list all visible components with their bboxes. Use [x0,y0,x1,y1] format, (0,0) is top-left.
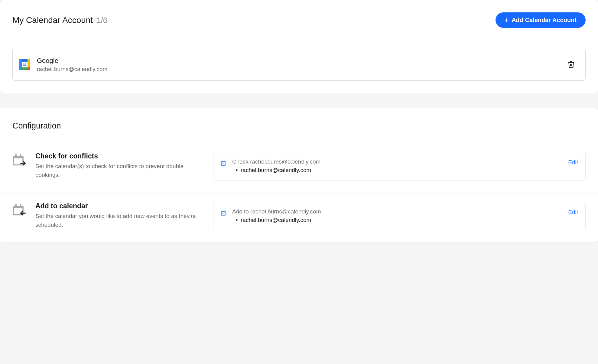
config-section-conflicts: Check for conflicts Set the calendar(s) … [0,143,598,193]
account-provider: Google [37,57,559,65]
trash-icon [567,60,575,69]
config-heading: Check for conflicts [35,152,205,160]
account-count: 1/6 [96,16,107,25]
config-desc: Check for conflicts Set the calendar(s) … [35,152,205,179]
config-heading: Add to calendar [35,202,205,210]
add-calendar-account-button[interactable]: + Add Calendar Account [496,12,586,28]
account-email: rachel.burns@calendly.com [37,66,559,73]
svg-text:31: 31 [222,213,224,214]
svg-rect-10 [15,154,17,157]
calendar-account-header: My Calendar Account 1/6 + Add Calendar A… [0,0,598,39]
delete-account-button[interactable] [566,59,576,71]
svg-text:31: 31 [222,163,224,164]
addto-calendar-box: 31 Add to rachel.burns@calendly.com rach… [213,202,586,230]
addto-calendar-item: rachel.burns@calendly.com [232,217,563,223]
svg-rect-4 [19,59,22,70]
google-calendar-mini-icon: 31 [219,209,227,217]
account-list: 31 Google rachel.burns@calendly.com [0,39,598,93]
calendar-check-out-icon [12,153,27,168]
svg-rect-11 [20,154,21,157]
config-subtext: Set the calendar you would like to add n… [35,212,205,229]
config-desc: Add to calendar Set the calendar you wou… [35,202,205,229]
conflict-calendar-item: rachel.burns@calendly.com [232,167,563,174]
calendar-account-card: My Calendar Account 1/6 + Add Calendar A… [0,0,598,93]
configuration-card: Configuration Check for conflicts Set th… [0,108,598,243]
page-title: My Calendar Account [12,15,93,25]
calendar-add-in-icon [12,203,27,218]
conflict-check-label: Check rachel.burns@calendly.com [232,158,563,165]
config-box-text: Check rachel.burns@calendly.com rachel.b… [232,158,563,174]
account-row: 31 Google rachel.burns@calendly.com [12,49,586,81]
config-box-text: Add to rachel.burns@calendly.com rachel.… [232,208,563,223]
svg-rect-5 [28,67,30,70]
addto-label: Add to rachel.burns@calendly.com [232,208,563,215]
configuration-header: Configuration [0,108,598,143]
header-title-wrap: My Calendar Account 1/6 [12,15,107,25]
edit-conflicts-link[interactable]: Edit [568,159,578,166]
google-calendar-mini-icon: 31 [219,159,227,167]
add-button-label: Add Calendar Account [512,17,577,24]
config-subtext: Set the calendar(s) to check for conflic… [35,162,205,179]
google-calendar-icon: 31 [19,59,30,70]
account-text: Google rachel.burns@calendly.com [37,57,559,73]
svg-text:31: 31 [23,63,27,67]
svg-rect-17 [15,204,17,207]
svg-rect-18 [20,204,21,207]
config-section-addto: Add to calendar Set the calendar you wou… [0,193,598,242]
edit-addto-link[interactable]: Edit [568,209,578,216]
conflict-calendar-box: 31 Check rachel.burns@calendly.com rache… [213,152,586,180]
configuration-title: Configuration [12,121,586,131]
plus-icon: + [505,17,509,24]
